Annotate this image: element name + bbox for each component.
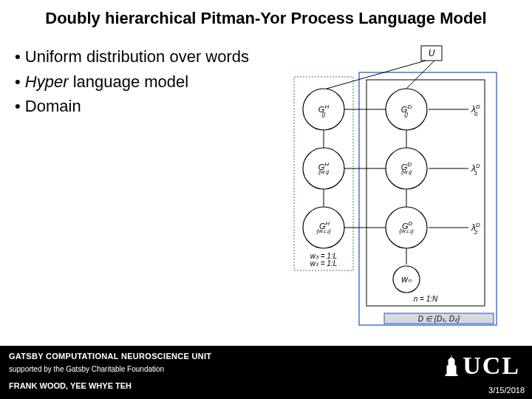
bullet-2-italic: Hyper — [25, 72, 69, 91]
bullet-1: Uniform distribution over words — [15, 46, 281, 68]
ucl-text: UCL — [463, 352, 520, 380]
bullet-list: Uniform distribution over words Hyper la… — [15, 46, 281, 120]
model-diagram: D ∈ {D₁, D₂} w₁ = 1:L n = 1:N U GH{} GH{… — [281, 43, 510, 331]
right-node-0: GD{} — [401, 103, 412, 117]
right-node-2: GD{w₁:₂} — [399, 220, 414, 234]
left-node-0: GH{} — [318, 103, 330, 117]
lambda-0: λD0 — [471, 103, 480, 117]
footer-support: supported by the Gatsby Charitable Found… — [9, 365, 164, 373]
lambda-2: λD2 — [471, 222, 480, 236]
u-node: U — [429, 48, 435, 58]
d-plate-label: D ∈ {D₁, D₂} — [418, 315, 460, 323]
footer-authors: FRANK WOOD, YEE WHYE TEH — [9, 381, 132, 390]
ucl-dome-icon — [445, 355, 458, 376]
slide-title: Doubly hierarchical Pitman-Yor Process L… — [0, 9, 532, 28]
footer: GATSBY COMPUTATIONAL NEUROSCIENCE UNIT s… — [0, 346, 532, 399]
wn-node: wₙ — [401, 274, 412, 284]
bullet-2-rest: language model — [69, 72, 189, 91]
left-node-2: GH{w₁:₂} — [316, 220, 331, 234]
lambda-1: λD1 — [471, 163, 480, 177]
footer-date: 3/15/2018 — [488, 386, 525, 395]
footer-unit: GATSBY COMPUTATIONAL NEUROSCIENCE UNIT — [9, 352, 211, 361]
svg-rect-3 — [366, 80, 485, 306]
n-plate-label: n = 1:N — [414, 295, 438, 303]
left-obs-label: w₃ = 1:L — [310, 252, 338, 260]
left-node-1: GH{w₁} — [318, 161, 330, 175]
right-node-1: GD{w₁} — [401, 161, 412, 175]
left-plate-label: w₁ = 1:L — [310, 259, 338, 267]
ucl-logo: UCL — [445, 352, 520, 380]
bullet-3: Domain — [15, 95, 281, 117]
bullet-2: Hyper language model — [15, 71, 281, 93]
